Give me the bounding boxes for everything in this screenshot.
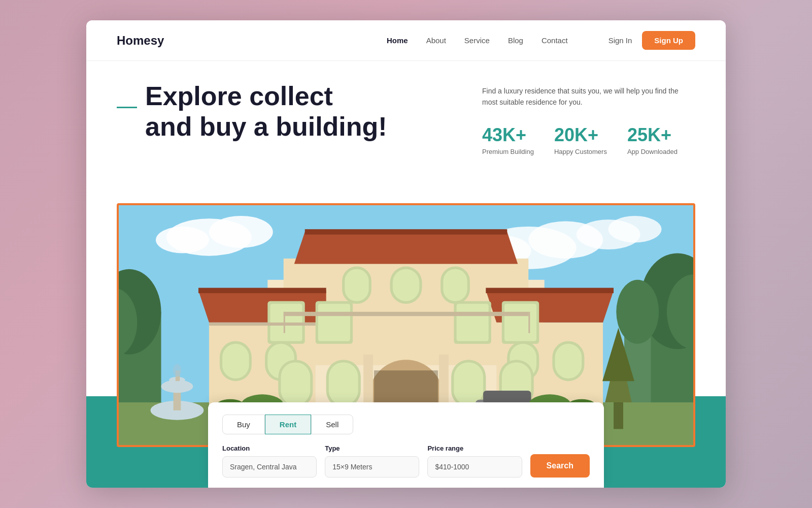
logo: Homesy bbox=[117, 34, 164, 48]
page-container: Homesy Home About Service Blog Contact S… bbox=[86, 20, 726, 488]
svg-point-75 bbox=[173, 364, 182, 377]
hero-line-decoration bbox=[117, 107, 137, 108]
type-field-group: Type bbox=[325, 444, 419, 478]
svg-rect-49 bbox=[318, 304, 350, 341]
svg-rect-59 bbox=[281, 362, 311, 405]
nav-about[interactable]: About bbox=[426, 36, 446, 45]
stat-label-premium: Premium Building bbox=[482, 148, 534, 155]
location-field-group: Location bbox=[222, 444, 317, 478]
svg-rect-31 bbox=[486, 288, 614, 293]
nav-service[interactable]: Service bbox=[464, 36, 490, 45]
stat-downloads: 25K+ App Downloaded bbox=[627, 124, 678, 155]
svg-rect-69 bbox=[209, 323, 316, 326]
svg-marker-27 bbox=[198, 291, 326, 323]
svg-marker-24 bbox=[294, 232, 518, 264]
location-label: Location bbox=[222, 444, 317, 452]
location-input[interactable] bbox=[222, 456, 317, 478]
svg-rect-37 bbox=[345, 269, 368, 301]
svg-rect-57 bbox=[555, 344, 582, 378]
svg-rect-45 bbox=[504, 304, 536, 341]
sign-in-button[interactable]: Sign In bbox=[608, 36, 632, 45]
search-fields: Location Type Price range Search bbox=[222, 444, 590, 478]
price-input[interactable] bbox=[427, 456, 522, 478]
svg-rect-43 bbox=[457, 304, 489, 341]
stat-label-downloads: App Downloaded bbox=[627, 148, 678, 155]
search-button[interactable]: Search bbox=[530, 454, 590, 478]
nav-blog[interactable]: Blog bbox=[508, 36, 523, 45]
stats-section: 43K+ Premium Building 20K+ Happy Custome… bbox=[482, 124, 695, 155]
svg-rect-25 bbox=[305, 229, 507, 234]
type-label: Type bbox=[325, 444, 419, 452]
stat-premium: 43K+ Premium Building bbox=[482, 124, 534, 155]
nav-contact[interactable]: Contact bbox=[542, 36, 568, 45]
sign-up-button[interactable]: Sign Up bbox=[642, 31, 695, 50]
hero-left: Explore collect and buy a building! bbox=[117, 81, 452, 155]
stat-number-customers: 20K+ bbox=[554, 124, 607, 146]
price-label: Price range bbox=[427, 444, 522, 452]
type-input[interactable] bbox=[325, 456, 419, 478]
svg-point-2 bbox=[209, 216, 273, 248]
tab-buy[interactable]: Buy bbox=[222, 415, 265, 434]
svg-rect-68 bbox=[528, 312, 530, 333]
svg-rect-66 bbox=[284, 312, 528, 316]
nav-home[interactable]: Home bbox=[387, 36, 408, 45]
hero-title: Explore collect and buy a building! bbox=[145, 81, 387, 142]
svg-rect-39 bbox=[393, 269, 419, 301]
hero-section: Explore collect and buy a building! Find… bbox=[86, 61, 726, 155]
nav-actions: Sign In Sign Up bbox=[608, 31, 695, 50]
svg-point-16 bbox=[616, 280, 659, 344]
search-bar: Buy Rent Sell Location Type Price range … bbox=[208, 402, 604, 488]
svg-point-8 bbox=[608, 216, 662, 242]
svg-rect-28 bbox=[198, 288, 326, 293]
stat-customers: 20K+ Happy Customers bbox=[554, 124, 607, 155]
tab-row: Buy Rent Sell bbox=[222, 415, 590, 434]
image-section: Buy Rent Sell Location Type Price range … bbox=[86, 203, 726, 488]
svg-rect-61 bbox=[329, 362, 358, 405]
tab-sell[interactable]: Sell bbox=[311, 415, 353, 434]
stat-number-premium: 43K+ bbox=[482, 124, 534, 146]
svg-point-3 bbox=[156, 227, 209, 253]
svg-rect-51 bbox=[222, 344, 249, 378]
navbar: Homesy Home About Service Blog Contact S… bbox=[86, 20, 726, 61]
hero-right: Find a luxury residence that suits you, … bbox=[482, 81, 695, 155]
stat-number-downloads: 25K+ bbox=[627, 124, 678, 146]
stat-label-customers: Happy Customers bbox=[554, 148, 607, 155]
nav-links: Home About Service Blog Contact bbox=[387, 36, 568, 45]
svg-rect-41 bbox=[443, 269, 467, 301]
tab-rent[interactable]: Rent bbox=[265, 415, 311, 434]
svg-rect-63 bbox=[454, 362, 483, 405]
price-field-group: Price range bbox=[427, 444, 522, 478]
hero-description: Find a luxury residence that suits you, … bbox=[482, 85, 695, 108]
